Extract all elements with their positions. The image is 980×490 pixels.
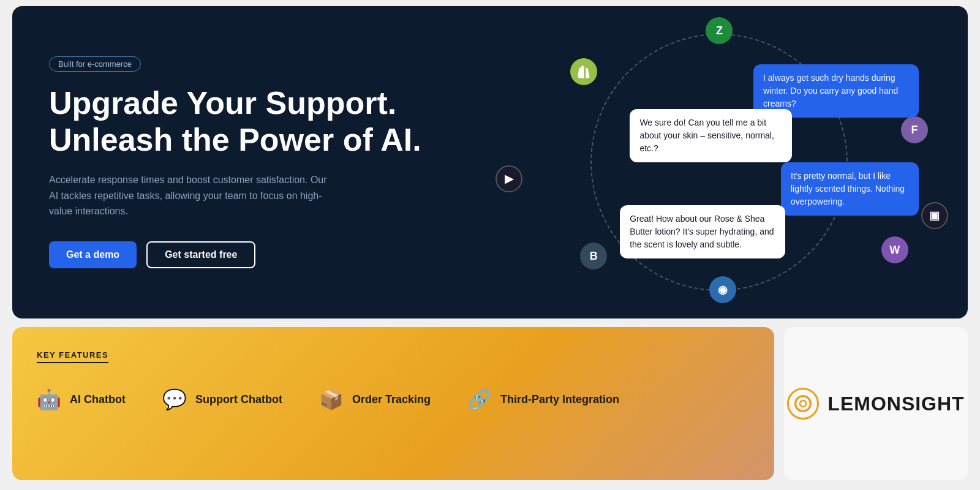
chat-area: Z F ▶ B W ◉ ▣ I always get such dry hand… (471, 6, 968, 318)
chat-bubble-3: It's pretty normal, but I like lightly s… (781, 162, 919, 216)
feature-order-tracking: 📦 Order Tracking (319, 388, 431, 411)
free-button[interactable]: Get started free (146, 241, 255, 268)
support-chatbot-label: Support Chatbot (195, 393, 282, 406)
svg-point-1 (800, 401, 806, 407)
bottom-icon: ◉ (709, 276, 736, 303)
feature-support-chatbot: 💬 Support Chatbot (162, 388, 282, 411)
zendesk-icon: Z (706, 17, 733, 44)
integration-icon: 🔗 (467, 388, 492, 411)
hero-description: Accelerate response times and boost cust… (49, 172, 337, 219)
hero-section: Built for e-commerce Upgrade Your Suppor… (12, 6, 968, 318)
svg-point-0 (796, 396, 810, 411)
demo-button[interactable]: Get a demo (49, 241, 137, 268)
chat-bubble-2: We sure do! Can you tell me a bit about … (630, 109, 792, 162)
shopify-icon (570, 58, 597, 85)
square-icon: ▣ (921, 202, 948, 229)
freshdesk-icon: F (901, 116, 928, 143)
feature-ai-chatbot: 🤖 AI Chatbot (37, 388, 126, 411)
integration-label: Third-Party Integration (500, 393, 619, 406)
logo-circle-icon (787, 388, 819, 420)
hero-content: Built for e-commerce Upgrade Your Suppor… (12, 20, 538, 304)
ai-chatbot-icon: 🤖 (37, 388, 61, 411)
bottom-section: KEY FEATURES 🤖 AI Chatbot 💬 Support Chat… (12, 327, 968, 480)
order-tracking-icon: 📦 (319, 388, 344, 411)
hero-title: Upgrade Your Support. Unleash the Power … (49, 85, 501, 159)
ai-chatbot-label: AI Chatbot (70, 393, 126, 406)
feature-integration: 🔗 Third-Party Integration (467, 388, 619, 411)
support-chatbot-icon: 💬 (162, 388, 187, 411)
hero-illustration: Z F ▶ B W ◉ ▣ I always get such dry hand… (471, 6, 968, 318)
logo-text: LEMONSIGHT (827, 393, 964, 415)
hero-badge: Built for e-commerce (49, 56, 141, 72)
features-card: KEY FEATURES 🤖 AI Chatbot 💬 Support Chat… (12, 327, 774, 480)
hero-cta-group: Get a demo Get started free (49, 241, 501, 268)
bigcommerce-icon: B (580, 243, 607, 270)
chat-bubble-4: Great! How about our Rose & Shea Butter … (620, 205, 785, 258)
order-tracking-label: Order Tracking (352, 393, 431, 406)
features-title: KEY FEATURES (37, 350, 108, 363)
woocommerce-icon: W (881, 236, 908, 263)
features-list: 🤖 AI Chatbot 💬 Support Chatbot 📦 Order T… (37, 388, 750, 411)
logo-card: LEMONSIGHT (784, 327, 968, 480)
